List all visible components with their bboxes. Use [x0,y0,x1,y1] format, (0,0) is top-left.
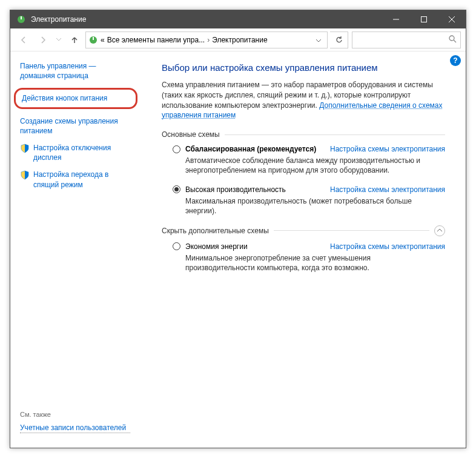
titlebar: Электропитание [10,10,466,28]
shield-icon [20,144,30,153]
search-icon[interactable] [449,35,457,45]
see-also-label: См. также [20,411,130,418]
breadcrumb-parent[interactable]: Все элементы панели упра... [107,36,205,44]
svg-rect-1 [21,16,22,19]
minimize-button[interactable] [382,10,410,28]
sidebar-create-plan-link[interactable]: Создание схемы управления питанием [20,116,130,136]
intro-text: Схема управления питанием — это набор па… [162,80,445,121]
collapse-icon[interactable] [434,225,445,236]
plan-high-name: Высокая производительность [185,185,286,194]
back-button[interactable] [15,32,32,48]
breadcrumb-separator-icon[interactable]: › [207,36,210,44]
svg-rect-3 [421,17,427,22]
address-dropdown-icon[interactable] [312,36,325,44]
sidebar-user-accounts-link[interactable]: Учетные записи пользователей [20,423,130,433]
body: Панель управления — домашняя страница Де… [10,51,466,448]
help-icon[interactable]: ? [450,55,461,66]
refresh-button[interactable] [330,32,348,48]
sidebar-button-actions-link[interactable]: Действия кнопок питания [14,88,137,108]
plan-high-radio[interactable] [173,185,180,193]
basic-plans-label: Основные схемы [162,130,220,139]
power-icon [88,35,98,45]
window-title: Электропитание [31,15,382,24]
search-box[interactable] [352,32,461,48]
shield-icon [20,170,30,180]
sidebar-sleep-link[interactable]: Настройка перехода в спящий режим [20,170,130,189]
plan-balanced: Сбалансированная (рекомендуется) Настрой… [173,145,445,175]
svg-rect-7 [93,37,94,40]
navbar: « Все элементы панели упра... › Электроп… [10,28,466,51]
sidebar-home-link[interactable]: Панель управления — домашняя страница [20,61,130,81]
power-options-window: Электропитание « Все элементы панели упр… [10,10,466,448]
plan-balanced-config-link[interactable]: Настройка схемы электропитания [330,145,445,153]
plan-high-config-link[interactable]: Настройка схемы электропитания [330,185,445,194]
maximize-button[interactable] [410,10,438,28]
plan-saver-radio[interactable] [173,242,180,250]
search-input[interactable] [356,36,449,44]
svg-point-8 [449,36,454,41]
additional-plans-label: Скрыть дополнительные схемы [162,227,269,235]
up-button[interactable] [66,32,83,48]
plan-high-desc: Максимальная производительность (может п… [185,196,421,216]
svg-line-9 [454,40,456,42]
history-dropdown[interactable] [54,32,64,48]
address-bar[interactable]: « Все элементы панели упра... › Электроп… [85,32,328,48]
plan-saver-config-link[interactable]: Настройка схемы электропитания [330,242,445,251]
forward-button[interactable] [35,32,51,48]
plan-saver: Экономия энергии Настройка схемы электро… [173,242,445,273]
close-button[interactable] [438,10,466,28]
sidebar-display-off-link[interactable]: Настройка отключения дисплея [20,143,130,162]
plan-balanced-radio[interactable] [173,145,180,153]
app-icon [16,15,26,24]
sidebar: Панель управления — домашняя страница Де… [10,51,137,448]
plan-balanced-desc: Автоматическое соблюдение баланса между … [185,156,421,175]
main-content: ? Выбор или настройка схемы управления п… [137,51,466,448]
plan-high: Высокая производительность Настройка схе… [173,185,445,216]
page-title: Выбор или настройка схемы управления пит… [162,62,445,73]
plan-balanced-name: Сбалансированная (рекомендуется) [185,145,316,153]
breadcrumb-prefix: « [101,36,105,44]
basic-plans-header: Основные схемы [162,130,445,139]
plan-saver-desc: Минимальное энергопотребление за счет ум… [185,253,421,273]
additional-plans-header[interactable]: Скрыть дополнительные схемы [162,225,445,236]
plan-saver-name: Экономия энергии [185,242,248,251]
sidebar-bottom: См. также Учетные записи пользователей [20,399,130,440]
breadcrumb-current[interactable]: Электропитание [212,36,267,44]
